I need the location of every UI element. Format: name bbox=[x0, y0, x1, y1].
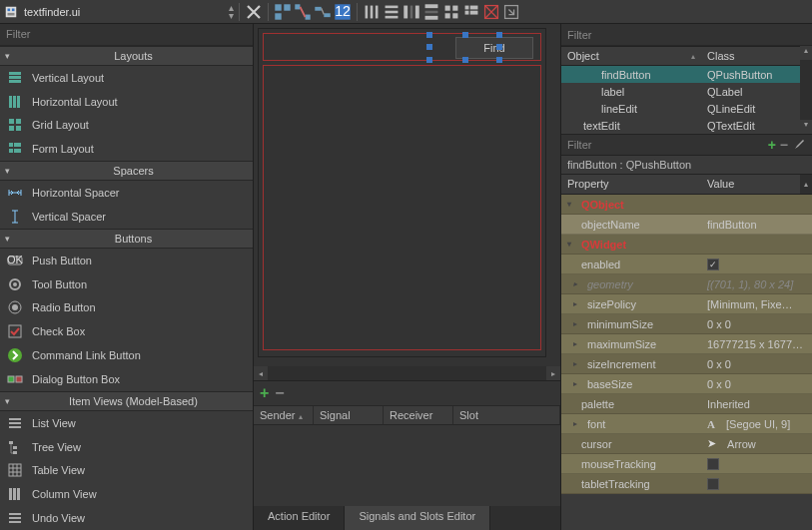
layout-hsplit-icon[interactable] bbox=[403, 3, 420, 21]
col-object[interactable]: Object▴ bbox=[561, 47, 701, 65]
widget-form-layout[interactable]: Form Layout bbox=[0, 137, 253, 161]
checkbox-unchecked-icon[interactable] bbox=[707, 478, 719, 490]
item-label: Column View bbox=[32, 488, 97, 500]
widget-vertical-layout[interactable]: Vertical Layout bbox=[0, 66, 253, 90]
layout-form-icon[interactable] bbox=[462, 3, 480, 21]
widget-horizontal-spacer[interactable]: Horizontal Spacer bbox=[0, 181, 253, 205]
signals-body[interactable] bbox=[254, 425, 560, 506]
prop-objectName[interactable]: objectNamefindButton bbox=[561, 215, 812, 235]
selection-handle[interactable] bbox=[426, 57, 432, 63]
selection-handle[interactable] bbox=[426, 32, 432, 38]
prop-maximumSize[interactable]: ▸maximumSize16777215 x 1677… bbox=[561, 334, 812, 354]
tab-action-editor[interactable]: Action Editor bbox=[254, 506, 345, 530]
svg-rect-15 bbox=[376, 5, 379, 18]
widget-vertical-spacer[interactable]: Vertical Spacer bbox=[0, 205, 253, 229]
widget-tool-button[interactable]: Tool Button bbox=[0, 272, 253, 296]
widget-check-box[interactable]: Check Box bbox=[0, 319, 253, 343]
remove-connection-icon[interactable]: − bbox=[275, 384, 284, 402]
widget-table-view[interactable]: Table View bbox=[0, 459, 253, 483]
category-buttons[interactable]: ▾Buttons bbox=[0, 229, 253, 249]
selection-handle[interactable] bbox=[462, 32, 468, 38]
widget-dialog-button-box[interactable]: Dialog Button Box bbox=[0, 367, 253, 391]
layout-vertical-icon[interactable] bbox=[383, 3, 401, 21]
widget-list-view[interactable]: List View bbox=[0, 411, 253, 435]
col-slot[interactable]: Slot bbox=[453, 406, 560, 424]
category-spacers[interactable]: ▾Spacers bbox=[0, 161, 253, 181]
category-layouts[interactable]: ▾Layouts bbox=[0, 46, 253, 66]
col-sender[interactable]: Sender ▴ bbox=[254, 406, 314, 424]
prop-scroll-up-icon[interactable]: ▴ bbox=[800, 175, 812, 194]
object-vscrollbar[interactable]: ▴▾ bbox=[800, 46, 812, 134]
svg-rect-69 bbox=[9, 513, 21, 515]
col-signal[interactable]: Signal bbox=[314, 406, 384, 424]
col-class[interactable]: Class bbox=[701, 47, 800, 65]
prop-tabletTracking[interactable]: tabletTracking bbox=[561, 474, 812, 494]
object-row-lineEdit[interactable]: lineEditQLineEdit bbox=[561, 100, 800, 117]
widget-undo-view[interactable]: Undo View bbox=[0, 506, 253, 530]
col-property[interactable]: Property bbox=[561, 175, 701, 194]
edit-tab-order-icon[interactable]: 12 bbox=[334, 3, 352, 21]
edit-buddies-icon[interactable] bbox=[314, 3, 332, 21]
selection-handle[interactable] bbox=[426, 44, 432, 50]
layout-grid-icon[interactable] bbox=[442, 3, 460, 21]
object-filter-input[interactable]: Filter bbox=[561, 24, 812, 46]
selection-handle[interactable] bbox=[496, 44, 502, 50]
prop-font[interactable]: ▸fontA [Segoe UI, 9] bbox=[561, 414, 812, 434]
object-row-findButton[interactable]: findButtonQPushButton bbox=[561, 66, 800, 83]
scroll-track[interactable] bbox=[268, 366, 546, 380]
break-layout-icon[interactable] bbox=[482, 3, 500, 21]
widget-column-view[interactable]: Column View bbox=[0, 482, 253, 506]
tab-signals-slots[interactable]: Signals and Slots Editor bbox=[345, 506, 490, 530]
prop-minimumSize[interactable]: ▸minimumSize0 x 0 bbox=[561, 314, 812, 334]
prop-sizePolicy[interactable]: ▸sizePolicy[Minimum, Fixe… bbox=[561, 294, 812, 314]
widget-filter-input[interactable]: Filter bbox=[0, 24, 253, 46]
object-row-textEdit[interactable]: textEditQTextEdit bbox=[561, 117, 800, 134]
svg-rect-29 bbox=[465, 5, 469, 9]
object-row-label[interactable]: labelQLabel bbox=[561, 83, 800, 100]
property-filter-input[interactable]: Filter bbox=[567, 139, 764, 151]
design-canvas[interactable]: Find ◂ ▸ bbox=[254, 24, 560, 380]
edit-widgets-icon[interactable] bbox=[274, 3, 292, 21]
scroll-right-icon[interactable]: ▸ bbox=[546, 366, 560, 380]
prop-geometry[interactable]: ▸geometry[(701, 1), 80 x 24] bbox=[561, 274, 812, 294]
prop-sizeIncrement[interactable]: ▸sizeIncrement0 x 0 bbox=[561, 354, 812, 374]
widget-grid-layout[interactable]: Grid Layout bbox=[0, 114, 253, 138]
layout-horizontal-icon[interactable] bbox=[363, 3, 381, 21]
prop-group-qobject[interactable]: ▾QObject bbox=[561, 195, 812, 215]
prop-cursor[interactable]: cursor➤ Arrow bbox=[561, 434, 812, 454]
selection-handle[interactable] bbox=[462, 57, 468, 63]
prop-mouseTracking[interactable]: mouseTracking bbox=[561, 454, 812, 474]
checkbox-checked-icon[interactable]: ✓ bbox=[707, 259, 719, 270]
scroll-left-icon[interactable]: ◂ bbox=[254, 366, 268, 380]
layout-vsplit-icon[interactable] bbox=[422, 3, 440, 21]
property-table[interactable]: ▾QObject objectNamefindButton ▾QWidget e… bbox=[561, 195, 812, 530]
adjust-size-icon[interactable] bbox=[502, 3, 520, 21]
prop-palette[interactable]: paletteInherited bbox=[561, 394, 812, 414]
settings-icon[interactable] bbox=[792, 137, 806, 153]
close-icon[interactable] bbox=[245, 3, 263, 21]
add-connection-icon[interactable]: + bbox=[260, 384, 269, 402]
col-value[interactable]: Value bbox=[701, 175, 800, 194]
category-item-views[interactable]: ▾Item Views (Model-Based) bbox=[0, 391, 253, 411]
checkbox-unchecked-icon[interactable] bbox=[707, 458, 719, 470]
prop-enabled[interactable]: enabled✓ bbox=[561, 255, 812, 274]
widget-horizontal-layout[interactable]: Horizontal Layout bbox=[0, 90, 253, 114]
widget-radio-button[interactable]: Radio Button bbox=[0, 295, 253, 319]
item-label: Horizontal Layout bbox=[32, 96, 118, 108]
col-receiver[interactable]: Receiver bbox=[384, 406, 453, 424]
selection-handle[interactable] bbox=[496, 32, 502, 38]
find-button-widget[interactable]: Find bbox=[455, 37, 533, 59]
prop-baseSize[interactable]: ▸baseSize0 x 0 bbox=[561, 374, 812, 394]
canvas-hscrollbar[interactable]: ◂ ▸ bbox=[254, 366, 560, 380]
selection-handle[interactable] bbox=[496, 57, 502, 63]
form-root[interactable]: Find bbox=[258, 28, 546, 357]
open-file-selector[interactable]: textfinder.ui ▴▾ bbox=[24, 4, 234, 20]
edit-signals-icon[interactable] bbox=[294, 3, 312, 21]
widget-command-link-button[interactable]: Command Link Button bbox=[0, 343, 253, 367]
svg-rect-36 bbox=[9, 76, 21, 79]
prop-group-qwidget[interactable]: ▾QWidget bbox=[561, 235, 812, 255]
widget-tree-view[interactable]: Tree View bbox=[0, 435, 253, 459]
widget-push-button[interactable]: OKPush Button bbox=[0, 249, 253, 272]
remove-dynamic-prop-icon[interactable]: − bbox=[780, 137, 788, 153]
add-dynamic-prop-icon[interactable]: + bbox=[768, 137, 776, 153]
